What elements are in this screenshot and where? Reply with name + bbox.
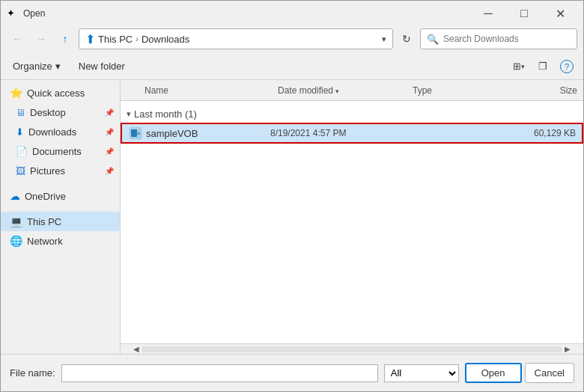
view-grid-icon: ⊞ <box>513 61 521 72</box>
sidebar-item-label: Downloads <box>28 126 100 138</box>
onedrive-icon: ☁ <box>10 190 20 202</box>
sidebar-item-label: Pictures <box>30 165 100 177</box>
sidebar-item-label: This PC <box>27 216 114 227</box>
sidebar-item-network[interactable]: 🌐 Network <box>1 231 120 251</box>
thispc-icon: 💻 <box>10 215 22 227</box>
sidebar-item-label: Documents <box>32 146 100 157</box>
window-title: Open <box>23 8 45 19</box>
scrollbar-track[interactable] <box>142 346 562 352</box>
quick-access-icon: ⭐ <box>10 87 22 99</box>
sidebar-item-desktop[interactable]: 🖥 Desktop 📌 <box>1 102 120 122</box>
search-bar[interactable]: 🔍 <box>420 28 577 49</box>
table-row[interactable]: sampleVOB 8/19/2021 4:57 PM 60,129 KB <box>121 123 583 144</box>
sidebar-item-documents[interactable]: 📄 Documents 📌 <box>1 141 120 161</box>
organize-button[interactable]: Organize ▾ <box>7 58 67 75</box>
sidebar-item-thispc[interactable]: 💻 This PC <box>1 212 120 231</box>
bottom-bar: File name: All Open Cancel <box>1 354 583 391</box>
breadcrumb[interactable]: ⬆ This PC › Downloads ▾ <box>79 28 393 49</box>
scroll-left-icon[interactable]: ◀ <box>131 345 142 353</box>
pictures-icon: 🖼 <box>16 165 25 177</box>
sidebar-item-label: Network <box>27 236 114 247</box>
help-button[interactable]: ? <box>556 56 577 77</box>
view-toggle-button[interactable]: ⊞ ▾ <box>508 56 529 77</box>
file-name: sampleVOB <box>146 128 267 139</box>
toolbar-right: ⊞ ▾ ❐ ? <box>508 56 577 77</box>
preview-icon: ❐ <box>538 61 547 72</box>
refresh-button[interactable]: ↻ <box>396 28 417 49</box>
column-headers: Name Date modified ▾ Type Size <box>121 80 583 101</box>
col-header-date[interactable]: Date modified ▾ <box>278 85 413 96</box>
sidebar-item-label: OneDrive <box>25 191 114 202</box>
pin-icon: 📌 <box>105 167 114 175</box>
file-size: 60,129 KB <box>501 128 576 138</box>
breadcrumb-downloads[interactable]: Downloads <box>142 34 189 45</box>
maximize-button[interactable]: □ <box>507 4 541 22</box>
group-chevron-icon: ▾ <box>127 109 131 119</box>
new-folder-label: New folder <box>79 61 125 72</box>
group-header-last-month[interactable]: ▾ Last month (1) <box>121 104 583 123</box>
up-icon: ↑ <box>63 33 68 45</box>
close-button[interactable]: ✕ <box>543 4 577 22</box>
file-list: ▾ Last month (1) sampleVOB 8/19/2021 4:5… <box>121 101 583 343</box>
refresh-icon: ↻ <box>402 33 411 45</box>
organize-chevron-icon: ▾ <box>55 61 61 72</box>
search-input[interactable] <box>443 34 571 44</box>
filetype-select[interactable]: All <box>384 364 459 382</box>
open-dialog: ✦ Open ─ □ ✕ ← → ↑ ⬆ This PC › Downloads… <box>0 0 584 392</box>
scroll-right-icon[interactable]: ▶ <box>562 345 573 353</box>
cancel-button[interactable]: Cancel <box>525 363 574 383</box>
svg-rect-1 <box>131 129 137 137</box>
breadcrumb-separator: › <box>136 34 139 43</box>
col-header-type[interactable]: Type <box>413 85 502 96</box>
col-sort-icon: ▾ <box>335 88 339 95</box>
filename-input[interactable] <box>61 364 378 382</box>
toolbar: Organize ▾ New folder ⊞ ▾ ❐ ? <box>1 53 583 80</box>
search-icon: 🔍 <box>427 34 439 45</box>
up-button[interactable]: ↑ <box>55 28 76 49</box>
minimize-button[interactable]: ─ <box>471 4 505 22</box>
help-icon: ? <box>560 60 574 73</box>
breadcrumb-thispc[interactable]: This PC <box>98 34 133 45</box>
sidebar-item-downloads[interactable]: ⬇ Downloads 📌 <box>1 122 120 141</box>
open-button[interactable]: Open <box>465 363 522 383</box>
documents-icon: 📄 <box>16 146 28 157</box>
downloads-icon: ⬇ <box>16 126 24 138</box>
horizontal-scrollbar[interactable]: ◀ ▶ <box>121 343 583 354</box>
col-header-size[interactable]: Size <box>502 85 577 96</box>
sidebar-item-label: Quick access <box>27 88 114 99</box>
bottom-buttons: Open Cancel <box>465 363 574 383</box>
desktop-icon: 🖥 <box>16 107 25 118</box>
col-header-name[interactable]: Name <box>127 85 278 96</box>
window-controls: ─ □ ✕ <box>471 4 577 22</box>
file-date: 8/19/2021 4:57 PM <box>270 128 405 138</box>
file-icon-vob <box>128 126 143 141</box>
group-header-label: Last month (1) <box>134 108 197 120</box>
view-dropdown-icon: ▾ <box>521 63 525 70</box>
forward-icon: → <box>36 33 46 45</box>
title-bar: ✦ Open ─ □ ✕ <box>1 1 583 25</box>
sidebar-item-label: Desktop <box>30 107 100 118</box>
filename-label: File name: <box>10 367 55 379</box>
back-icon: ← <box>12 33 22 45</box>
breadcrumb-dropdown-icon[interactable]: ▾ <box>382 34 386 44</box>
preview-pane-button[interactable]: ❐ <box>532 56 553 77</box>
sidebar-item-quick-access[interactable]: ⭐ Quick access <box>1 83 120 102</box>
sidebar-item-onedrive[interactable]: ☁ OneDrive <box>1 186 120 206</box>
app-icon: ✦ <box>7 7 19 19</box>
pin-icon: 📌 <box>105 147 114 156</box>
sidebar: ⭐ Quick access 🖥 Desktop 📌 ⬇ Downloads 📌… <box>1 80 121 354</box>
network-icon: 🌐 <box>10 235 22 247</box>
title-bar-left: ✦ Open <box>7 7 45 19</box>
sidebar-item-pictures[interactable]: 🖼 Pictures 📌 <box>1 161 120 180</box>
pin-icon: 📌 <box>105 128 114 136</box>
forward-button[interactable]: → <box>31 28 52 49</box>
pin-icon: 📌 <box>105 108 114 117</box>
organize-label: Organize <box>13 61 52 72</box>
navigation-bar: ← → ↑ ⬆ This PC › Downloads ▾ ↻ 🔍 <box>1 25 583 53</box>
file-area: Name Date modified ▾ Type Size ▾ Last mo… <box>121 80 583 354</box>
back-button[interactable]: ← <box>7 28 28 49</box>
new-folder-button[interactable]: New folder <box>73 58 131 75</box>
main-content: ⭐ Quick access 🖥 Desktop 📌 ⬇ Downloads 📌… <box>1 80 583 354</box>
breadcrumb-folder-icon: ⬆ <box>85 32 95 46</box>
